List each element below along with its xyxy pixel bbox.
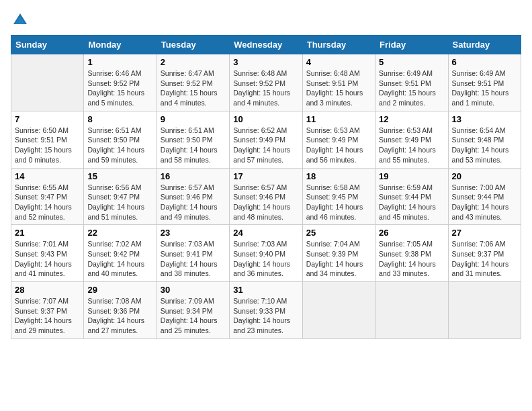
day-info: Sunrise: 6:51 AMSunset: 9:50 PMDaylight:…	[87, 126, 152, 165]
day-info: Sunrise: 6:52 AMSunset: 9:49 PMDaylight:…	[233, 126, 298, 165]
day-cell: 3Sunrise: 6:48 AMSunset: 9:52 PMDaylight…	[230, 54, 302, 111]
day-cell: 18Sunrise: 6:58 AMSunset: 9:45 PMDayligh…	[302, 168, 375, 225]
day-info: Sunrise: 7:04 AMSunset: 9:39 PMDaylight:…	[306, 239, 371, 279]
header-row: SundayMondayTuesdayWednesdayThursdayFrid…	[11, 36, 521, 54]
day-cell: 13Sunrise: 6:54 AMSunset: 9:48 PMDayligh…	[448, 111, 521, 168]
week-row-2: 7Sunrise: 6:50 AMSunset: 9:51 PMDaylight…	[11, 111, 521, 168]
day-info: Sunrise: 7:10 AMSunset: 9:33 PMDaylight:…	[233, 296, 298, 336]
day-cell: 4Sunrise: 6:48 AMSunset: 9:51 PMDaylight…	[302, 54, 375, 111]
day-cell	[375, 282, 448, 339]
day-info: Sunrise: 6:49 AMSunset: 9:51 PMDaylight:…	[379, 68, 444, 108]
day-number: 24	[233, 228, 298, 238]
day-number: 16	[161, 171, 226, 181]
day-cell: 5Sunrise: 6:49 AMSunset: 9:51 PMDaylight…	[375, 54, 448, 111]
day-cell: 8Sunrise: 6:51 AMSunset: 9:50 PMDaylight…	[84, 111, 157, 168]
day-cell: 19Sunrise: 6:59 AMSunset: 9:44 PMDayligh…	[375, 168, 448, 225]
day-number: 19	[379, 171, 444, 181]
day-cell: 27Sunrise: 7:06 AMSunset: 9:37 PMDayligh…	[448, 225, 521, 282]
day-number: 25	[306, 228, 371, 238]
day-number: 11	[306, 114, 371, 124]
day-cell: 28Sunrise: 7:07 AMSunset: 9:37 PMDayligh…	[11, 282, 84, 339]
day-number: 14	[15, 171, 80, 181]
day-info: Sunrise: 7:07 AMSunset: 9:37 PMDaylight:…	[15, 296, 80, 336]
day-number: 26	[379, 228, 444, 238]
day-cell: 12Sunrise: 6:53 AMSunset: 9:49 PMDayligh…	[375, 111, 448, 168]
day-number: 22	[87, 228, 152, 238]
day-info: Sunrise: 6:49 AMSunset: 9:51 PMDaylight:…	[452, 68, 517, 108]
day-info: Sunrise: 6:54 AMSunset: 9:48 PMDaylight:…	[452, 126, 517, 165]
day-cell: 31Sunrise: 7:10 AMSunset: 9:33 PMDayligh…	[230, 282, 302, 339]
week-row-3: 14Sunrise: 6:55 AMSunset: 9:47 PMDayligh…	[11, 168, 521, 225]
day-cell: 16Sunrise: 6:57 AMSunset: 9:46 PMDayligh…	[157, 168, 229, 225]
logo-icon	[11, 11, 30, 30]
header-cell-tuesday: Tuesday	[157, 36, 229, 54]
day-info: Sunrise: 6:58 AMSunset: 9:45 PMDaylight:…	[306, 183, 371, 222]
day-number: 1	[87, 57, 152, 67]
day-info: Sunrise: 7:05 AMSunset: 9:38 PMDaylight:…	[379, 239, 444, 279]
day-info: Sunrise: 6:55 AMSunset: 9:47 PMDaylight:…	[15, 183, 80, 222]
day-cell: 20Sunrise: 7:00 AMSunset: 9:44 PMDayligh…	[448, 168, 521, 225]
day-cell: 6Sunrise: 6:49 AMSunset: 9:51 PMDaylight…	[448, 54, 521, 111]
day-info: Sunrise: 6:50 AMSunset: 9:51 PMDaylight:…	[15, 126, 80, 165]
week-row-4: 21Sunrise: 7:01 AMSunset: 9:43 PMDayligh…	[11, 225, 521, 282]
calendar-header: SundayMondayTuesdayWednesdayThursdayFrid…	[11, 36, 521, 54]
week-row-5: 28Sunrise: 7:07 AMSunset: 9:37 PMDayligh…	[11, 282, 521, 339]
day-number: 5	[379, 57, 444, 67]
day-number: 21	[15, 228, 80, 238]
day-cell	[11, 54, 84, 111]
day-info: Sunrise: 6:53 AMSunset: 9:49 PMDaylight:…	[306, 126, 371, 165]
day-info: Sunrise: 7:02 AMSunset: 9:42 PMDaylight:…	[87, 239, 152, 279]
day-cell: 26Sunrise: 7:05 AMSunset: 9:38 PMDayligh…	[375, 225, 448, 282]
day-number: 17	[233, 171, 298, 181]
calendar-body: 1Sunrise: 6:46 AMSunset: 9:52 PMDaylight…	[11, 54, 521, 339]
day-number: 6	[452, 57, 517, 67]
day-info: Sunrise: 7:03 AMSunset: 9:41 PMDaylight:…	[161, 239, 226, 279]
day-cell: 22Sunrise: 7:02 AMSunset: 9:42 PMDayligh…	[84, 225, 157, 282]
day-info: Sunrise: 7:06 AMSunset: 9:37 PMDaylight:…	[452, 239, 517, 279]
day-info: Sunrise: 7:00 AMSunset: 9:44 PMDaylight:…	[452, 183, 517, 222]
day-info: Sunrise: 7:03 AMSunset: 9:40 PMDaylight:…	[233, 239, 298, 279]
day-cell: 23Sunrise: 7:03 AMSunset: 9:41 PMDayligh…	[157, 225, 229, 282]
header-cell-thursday: Thursday	[302, 36, 375, 54]
day-cell: 17Sunrise: 6:57 AMSunset: 9:46 PMDayligh…	[230, 168, 302, 225]
day-info: Sunrise: 6:46 AMSunset: 9:52 PMDaylight:…	[87, 68, 152, 108]
day-number: 30	[161, 285, 226, 295]
day-number: 20	[452, 171, 517, 181]
day-info: Sunrise: 7:01 AMSunset: 9:43 PMDaylight:…	[15, 239, 80, 279]
day-cell: 24Sunrise: 7:03 AMSunset: 9:40 PMDayligh…	[230, 225, 302, 282]
logo	[11, 11, 32, 30]
day-cell: 10Sunrise: 6:52 AMSunset: 9:49 PMDayligh…	[230, 111, 302, 168]
day-info: Sunrise: 6:56 AMSunset: 9:47 PMDaylight:…	[87, 183, 152, 222]
day-cell: 7Sunrise: 6:50 AMSunset: 9:51 PMDaylight…	[11, 111, 84, 168]
day-number: 2	[161, 57, 226, 67]
day-number: 8	[87, 114, 152, 124]
day-number: 12	[379, 114, 444, 124]
day-number: 23	[161, 228, 226, 238]
day-cell: 1Sunrise: 6:46 AMSunset: 9:52 PMDaylight…	[84, 54, 157, 111]
day-info: Sunrise: 6:57 AMSunset: 9:46 PMDaylight:…	[161, 183, 226, 222]
day-number: 18	[306, 171, 371, 181]
day-info: Sunrise: 6:51 AMSunset: 9:50 PMDaylight:…	[161, 126, 226, 165]
day-number: 13	[452, 114, 517, 124]
header-cell-wednesday: Wednesday	[230, 36, 302, 54]
day-number: 3	[233, 57, 298, 67]
day-number: 9	[161, 114, 226, 124]
calendar-table: SundayMondayTuesdayWednesdayThursdayFrid…	[11, 35, 521, 339]
day-info: Sunrise: 7:09 AMSunset: 9:34 PMDaylight:…	[161, 296, 226, 336]
day-cell: 15Sunrise: 6:56 AMSunset: 9:47 PMDayligh…	[84, 168, 157, 225]
header-cell-saturday: Saturday	[448, 36, 521, 54]
day-number: 28	[15, 285, 80, 295]
day-number: 29	[87, 285, 152, 295]
day-info: Sunrise: 6:59 AMSunset: 9:44 PMDaylight:…	[379, 183, 444, 222]
day-cell	[302, 282, 375, 339]
day-cell: 29Sunrise: 7:08 AMSunset: 9:36 PMDayligh…	[84, 282, 157, 339]
day-cell: 2Sunrise: 6:47 AMSunset: 9:52 PMDaylight…	[157, 54, 229, 111]
week-row-1: 1Sunrise: 6:46 AMSunset: 9:52 PMDaylight…	[11, 54, 521, 111]
header-cell-sunday: Sunday	[11, 36, 84, 54]
day-info: Sunrise: 6:48 AMSunset: 9:51 PMDaylight:…	[306, 68, 371, 108]
day-number: 27	[452, 228, 517, 238]
day-cell	[448, 282, 521, 339]
day-number: 4	[306, 57, 371, 67]
day-number: 31	[233, 285, 298, 295]
day-cell: 11Sunrise: 6:53 AMSunset: 9:49 PMDayligh…	[302, 111, 375, 168]
